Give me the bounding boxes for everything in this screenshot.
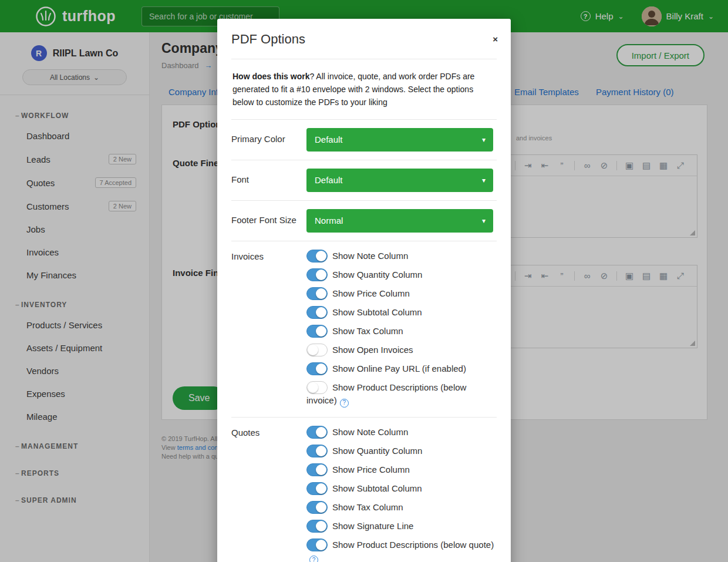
pdf-options-modal: PDF Options × How does this work? All in…	[217, 19, 511, 562]
invoices-label: Invoices	[231, 250, 306, 409]
toggle-row: Show Tax Column	[306, 325, 497, 338]
quotes-toggle-list: Show Note Column Show Quantity Column Sh…	[306, 426, 497, 562]
toggle-knob	[316, 446, 326, 456]
toggle-row: Show Tax Column	[306, 501, 497, 514]
toggle-label: Show Price Column	[332, 465, 410, 474]
modal-title: PDF Options	[231, 32, 497, 47]
footer-font-size-row: Footer Font Size Normal ▾	[231, 201, 497, 241]
close-icon[interactable]: ×	[493, 34, 498, 44]
toggle-knob	[316, 465, 326, 475]
toggle-knob	[316, 326, 326, 336]
toggle-label: Show Price Column	[332, 288, 410, 298]
toggle-knob	[316, 427, 326, 438]
toggle-switch[interactable]	[306, 306, 328, 319]
font-value: Default	[315, 175, 343, 185]
toggle-knob	[316, 270, 326, 280]
font-row: Font Default ▾	[231, 160, 497, 201]
primary-color-row: Primary Color Default ▾	[231, 120, 497, 160]
toggle-row: Show Quantity Column	[306, 268, 497, 281]
invoices-options-row: Invoices Show Note Column Show Quantity …	[231, 241, 497, 418]
toggle-knob	[316, 251, 326, 261]
toggle-knob	[316, 288, 326, 299]
toggle-label: Show Subtotal Column	[332, 483, 422, 493]
toggle-label: Show Product Descriptions (below invoice…	[306, 382, 466, 405]
footer-font-size-select[interactable]: Normal ▾	[306, 209, 493, 233]
toggle-switch[interactable]	[306, 445, 328, 457]
primary-color-value: Default	[315, 134, 343, 144]
toggle-knob	[308, 345, 318, 355]
toggle-label: Show Tax Column	[332, 326, 403, 336]
toggle-row: Show Price Column	[306, 463, 497, 476]
toggle-row: Show Open Invoices	[306, 344, 497, 356]
toggle-row: Show Product Descriptions (below invoice…	[306, 381, 497, 408]
toggle-knob	[316, 364, 326, 374]
toggle-label: Show Quantity Column	[332, 446, 422, 456]
toggle-switch[interactable]	[306, 520, 328, 533]
toggle-switch[interactable]	[306, 250, 328, 263]
primary-color-label: Primary Color	[231, 128, 306, 152]
toggle-switch[interactable]	[306, 539, 328, 551]
primary-color-select[interactable]: Default ▾	[306, 128, 493, 152]
toggle-switch[interactable]	[306, 268, 328, 281]
toggle-label: Show Product Descriptions (below quote)	[332, 540, 494, 550]
modal-intro: How does this work? All invoice, quote, …	[231, 59, 497, 120]
toggle-label: Show Signature Line	[332, 521, 413, 531]
toggle-switch[interactable]	[306, 463, 328, 476]
toggle-row: Show Product Descriptions (below quote)?	[306, 539, 497, 562]
toggle-knob	[316, 502, 326, 513]
chevron-down-icon: ▾	[482, 209, 486, 233]
footer-font-size-value: Normal	[315, 216, 343, 226]
toggle-switch[interactable]	[306, 287, 328, 300]
toggle-knob	[316, 307, 326, 318]
toggle-row: Show Quantity Column	[306, 445, 497, 457]
toggle-row: Show Note Column	[306, 250, 497, 263]
quotes-options-row: Quotes Show Note Column Show Quantity Co…	[231, 418, 497, 562]
toggle-label: Show Online Pay URL (if enabled)	[332, 364, 466, 373]
toggle-knob	[316, 540, 326, 550]
toggle-switch[interactable]	[306, 426, 328, 439]
toggle-switch[interactable]	[306, 344, 328, 356]
toggle-switch[interactable]	[306, 325, 328, 338]
toggle-switch[interactable]	[306, 482, 328, 495]
help-icon[interactable]: ?	[309, 556, 318, 562]
font-select[interactable]: Default ▾	[306, 169, 493, 192]
intro-bold: How does this work	[232, 72, 309, 81]
toggle-row: Show Online Pay URL (if enabled)	[306, 362, 497, 375]
toggle-switch[interactable]	[306, 381, 328, 394]
toggle-label: Show Subtotal Column	[332, 307, 422, 317]
quotes-label: Quotes	[231, 426, 306, 562]
toggle-switch[interactable]	[306, 501, 328, 514]
toggle-row: Show Subtotal Column	[306, 482, 497, 495]
chevron-down-icon: ▾	[482, 169, 486, 192]
toggle-row: Show Signature Line	[306, 520, 497, 533]
toggle-label: Show Open Invoices	[332, 345, 413, 355]
toggle-knob	[316, 483, 326, 494]
modal-body: How does this work? All invoice, quote, …	[217, 59, 511, 562]
modal-header: PDF Options ×	[217, 19, 511, 59]
toggle-label: Show Quantity Column	[332, 270, 422, 280]
toggle-knob	[308, 382, 318, 393]
toggle-label: Show Tax Column	[332, 502, 403, 512]
toggle-row: Show Subtotal Column	[306, 306, 497, 319]
toggle-switch[interactable]	[306, 362, 328, 375]
toggle-knob	[316, 521, 326, 531]
font-label: Font	[231, 169, 306, 192]
help-icon[interactable]: ?	[340, 399, 349, 408]
toggle-label: Show Note Column	[332, 251, 408, 261]
invoices-toggle-list: Show Note Column Show Quantity Column Sh…	[306, 250, 497, 409]
toggle-row: Show Note Column	[306, 426, 497, 439]
toggle-row: Show Price Column	[306, 287, 497, 300]
chevron-down-icon: ▾	[482, 128, 486, 152]
toggle-label: Show Note Column	[332, 427, 408, 437]
footer-font-size-label: Footer Font Size	[231, 209, 306, 233]
